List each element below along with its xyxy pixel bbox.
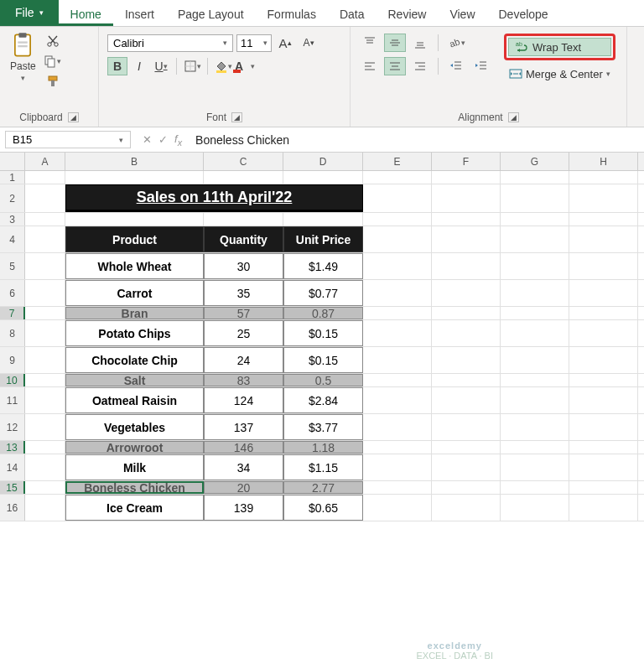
col-header-A[interactable]: A (25, 153, 65, 170)
cell[interactable] (25, 347, 65, 373)
row-header[interactable]: 2 (0, 184, 25, 212)
cell-product[interactable]: Carrot (65, 280, 204, 306)
cell[interactable] (25, 441, 65, 454)
cell-product[interactable]: Salt (65, 374, 204, 386)
cell[interactable] (432, 280, 501, 306)
cell[interactable] (363, 374, 432, 386)
cell-product[interactable]: Ice Cream (65, 495, 204, 521)
cell[interactable] (363, 213, 432, 226)
cell-quantity[interactable]: 24 (204, 347, 283, 373)
bold-button[interactable]: B (107, 57, 127, 75)
cell[interactable] (363, 347, 432, 373)
cell[interactable] (25, 253, 65, 279)
cell[interactable] (283, 171, 363, 184)
cell[interactable] (501, 184, 569, 212)
align-center-button[interactable] (384, 57, 406, 75)
cell-quantity[interactable]: 139 (204, 495, 283, 521)
tab-formulas[interactable]: Formulas (256, 3, 328, 26)
cell[interactable] (363, 481, 432, 494)
fx-icon[interactable]: fx (174, 132, 182, 148)
align-middle-button[interactable] (384, 34, 406, 52)
dialog-launcher-icon[interactable]: ◢ (68, 112, 79, 122)
tab-review[interactable]: Review (377, 3, 439, 26)
col-header-E[interactable]: E (363, 153, 432, 170)
cell-product[interactable]: Oatmeal Raisin (65, 387, 204, 413)
cell-price[interactable]: $2.84 (283, 387, 363, 413)
cell[interactable] (363, 441, 432, 454)
cell[interactable] (432, 184, 501, 212)
increase-font-button[interactable]: A▴ (275, 34, 295, 52)
align-left-button[interactable] (359, 57, 381, 75)
cell[interactable] (569, 280, 638, 306)
cell-product[interactable]: Chocolate Chip (65, 347, 204, 373)
dialog-launcher-icon[interactable]: ◢ (508, 112, 519, 122)
cell[interactable] (25, 320, 65, 346)
cell[interactable] (569, 347, 638, 373)
cell[interactable] (25, 184, 65, 212)
borders-button[interactable]: ▾ (182, 57, 202, 75)
cell[interactable] (569, 184, 638, 212)
cell-product[interactable]: Whole Wheat (65, 253, 204, 279)
cell-price[interactable]: $3.77 (283, 414, 363, 440)
cell[interactable] (501, 454, 569, 480)
col-header-B[interactable]: B (65, 153, 204, 170)
cell-price[interactable]: $0.15 (283, 320, 363, 346)
cell-quantity[interactable]: 124 (204, 387, 283, 413)
fill-color-button[interactable]: ▾ (213, 57, 233, 75)
cell[interactable] (569, 171, 638, 184)
row-header[interactable]: 10 (0, 374, 25, 386)
cell[interactable] (25, 307, 65, 319)
cell[interactable] (25, 414, 65, 440)
underline-button[interactable]: U▾ (151, 57, 171, 75)
font-name-select[interactable]: Calibri▾ (107, 34, 233, 52)
cell[interactable] (363, 280, 432, 306)
row-header[interactable]: 3 (0, 213, 25, 226)
row-header[interactable]: 5 (0, 253, 25, 279)
enter-formula-icon[interactable]: ✓ (158, 133, 168, 146)
cell[interactable] (501, 347, 569, 373)
cell-product[interactable]: Milk (65, 454, 204, 480)
cell[interactable] (25, 374, 65, 386)
cell[interactable] (65, 171, 204, 184)
cell[interactable] (432, 374, 501, 386)
cell[interactable] (501, 253, 569, 279)
title-cell[interactable]: Sales on 11th April'22 (65, 184, 363, 212)
orientation-button[interactable]: ab▾ (445, 34, 467, 52)
row-header[interactable]: 11 (0, 387, 25, 413)
cell[interactable] (501, 374, 569, 386)
cell[interactable] (501, 387, 569, 413)
cell[interactable] (432, 387, 501, 413)
cell-product[interactable]: Bran (65, 307, 204, 319)
cell[interactable] (363, 387, 432, 413)
header-price[interactable]: Unit Price (283, 226, 363, 252)
select-all-corner[interactable] (0, 153, 25, 170)
cut-button[interactable] (43, 32, 63, 50)
cell[interactable] (25, 171, 65, 184)
cell-product[interactable]: Boneless Chicken (65, 481, 204, 494)
cell[interactable] (65, 213, 204, 226)
cell-price[interactable]: $1.15 (283, 454, 363, 480)
cell-product[interactable]: Potato Chips (65, 320, 204, 346)
formula-bar-input[interactable]: Boneless Chicken (189, 132, 644, 148)
cell[interactable] (432, 320, 501, 346)
cell[interactable] (432, 171, 501, 184)
cell[interactable] (25, 387, 65, 413)
cell[interactable] (501, 481, 569, 494)
cell[interactable] (432, 481, 501, 494)
cell-quantity[interactable]: 57 (204, 307, 283, 319)
col-header-F[interactable]: F (432, 153, 501, 170)
tab-pagelayout[interactable]: Page Layout (166, 3, 256, 26)
cell-quantity[interactable]: 30 (204, 253, 283, 279)
cell-quantity[interactable]: 137 (204, 414, 283, 440)
cell[interactable] (25, 495, 65, 521)
row-header[interactable]: 1 (0, 171, 25, 184)
row-header[interactable]: 12 (0, 414, 25, 440)
cell[interactable] (569, 454, 638, 480)
tab-file[interactable]: File▾ (0, 0, 59, 26)
cell-price[interactable]: 1.18 (283, 441, 363, 454)
tab-home[interactable]: Home (59, 3, 113, 26)
cell[interactable] (569, 414, 638, 440)
cell[interactable] (363, 307, 432, 319)
font-size-select[interactable]: 11▾ (236, 34, 272, 52)
cell[interactable] (432, 307, 501, 319)
